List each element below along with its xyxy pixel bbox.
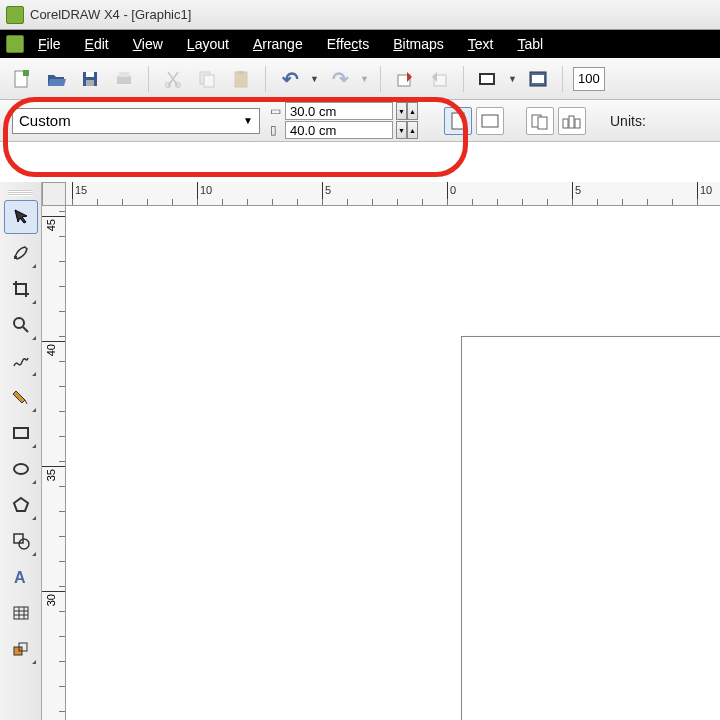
orientation-group <box>444 107 504 135</box>
page-size-dropdown[interactable]: Custom ▼ <box>12 108 260 134</box>
ellipse-tool[interactable] <box>4 452 38 486</box>
basic-shapes-tool[interactable] <box>4 524 38 558</box>
open-button[interactable] <box>42 65 70 93</box>
menu-text[interactable]: Text <box>468 36 494 52</box>
export-button[interactable] <box>425 65 453 93</box>
svg-rect-12 <box>238 71 244 74</box>
svg-text:A: A <box>14 569 26 586</box>
current-page-button[interactable] <box>558 107 586 135</box>
landscape-button[interactable] <box>476 107 504 135</box>
svg-point-27 <box>14 318 24 328</box>
chevron-down-icon: ▼ <box>243 115 253 126</box>
svg-point-29 <box>14 464 28 474</box>
app-launcher-button[interactable] <box>474 65 502 93</box>
height-spinner[interactable]: ▼▲ <box>396 121 418 139</box>
canvas[interactable] <box>66 206 720 720</box>
menu-effects[interactable]: Effects <box>327 36 370 52</box>
svg-rect-24 <box>569 116 574 128</box>
cut-button[interactable] <box>159 65 187 93</box>
svg-rect-6 <box>119 72 129 77</box>
width-icon: ▭ <box>270 104 282 118</box>
text-tool[interactable]: A <box>4 560 38 594</box>
toolbox: A <box>0 182 42 720</box>
menu-layout[interactable]: Layout <box>187 36 229 52</box>
table-tool[interactable] <box>4 596 38 630</box>
undo-button[interactable]: ↶ <box>276 65 304 93</box>
property-bar: Custom ▼ ▭ ▼▲ ▯ ▼▲ Units: <box>0 100 720 142</box>
page-options-group <box>526 107 586 135</box>
svg-rect-23 <box>563 119 568 128</box>
page-dimensions: ▭ ▼▲ ▯ ▼▲ <box>270 102 418 139</box>
menu-table[interactable]: Tabl <box>518 36 544 52</box>
paste-button[interactable] <box>227 65 255 93</box>
svg-rect-3 <box>86 72 94 77</box>
svg-rect-5 <box>117 76 131 84</box>
svg-rect-18 <box>532 75 544 83</box>
vertical-ruler[interactable]: 45403530 <box>42 206 66 720</box>
svg-rect-20 <box>482 115 498 127</box>
height-icon: ▯ <box>270 123 282 137</box>
menu-bitmaps[interactable]: Bitmaps <box>393 36 444 52</box>
units-label: Units: <box>610 113 646 129</box>
svg-rect-19 <box>452 113 464 129</box>
svg-rect-11 <box>235 72 247 87</box>
page <box>461 336 720 720</box>
titlebar: CorelDRAW X4 - [Graphic1] <box>0 0 720 30</box>
polygon-tool[interactable] <box>4 488 38 522</box>
toolbox-grip[interactable] <box>8 190 33 196</box>
zoom-tool[interactable] <box>4 308 38 342</box>
horizontal-ruler[interactable]: 151050510 <box>42 182 720 206</box>
svg-rect-33 <box>14 607 28 619</box>
freehand-tool[interactable] <box>4 344 38 378</box>
save-button[interactable] <box>76 65 104 93</box>
svg-rect-30 <box>14 534 23 543</box>
portrait-button[interactable] <box>444 107 472 135</box>
print-button[interactable] <box>110 65 138 93</box>
menu-file[interactable]: File <box>38 36 61 52</box>
app-launcher-dropdown[interactable]: ▼ <box>508 74 518 84</box>
page-size-value: Custom <box>19 112 71 129</box>
import-button[interactable] <box>391 65 419 93</box>
svg-rect-1 <box>23 70 29 76</box>
width-spinner[interactable]: ▼▲ <box>396 102 418 120</box>
pick-tool[interactable] <box>4 200 38 234</box>
redo-button[interactable]: ↷ <box>326 65 354 93</box>
svg-rect-25 <box>575 119 580 128</box>
menu-view[interactable]: View <box>133 36 163 52</box>
zoom-input[interactable]: 100 <box>573 67 605 91</box>
undo-dropdown[interactable]: ▼ <box>310 74 320 84</box>
svg-rect-10 <box>204 75 214 87</box>
smart-fill-tool[interactable] <box>4 380 38 414</box>
crop-tool[interactable] <box>4 272 38 306</box>
redo-dropdown[interactable]: ▼ <box>360 74 370 84</box>
standard-toolbar: ↶ ▼ ↷ ▼ ▼ 100 <box>0 58 720 100</box>
copy-button[interactable] <box>193 65 221 93</box>
rectangle-tool[interactable] <box>4 416 38 450</box>
page-height-input[interactable] <box>285 121 393 139</box>
welcome-button[interactable] <box>524 65 552 93</box>
menubar: File Edit View Layout Arrange Effects Bi… <box>0 30 720 58</box>
svg-rect-22 <box>538 117 547 129</box>
app-icon <box>6 6 24 24</box>
page-width-input[interactable] <box>285 102 393 120</box>
svg-rect-16 <box>481 75 493 83</box>
svg-rect-28 <box>14 428 28 438</box>
svg-point-31 <box>19 539 29 549</box>
svg-rect-4 <box>86 80 94 86</box>
ruler-origin[interactable] <box>42 182 66 206</box>
menu-arrange[interactable]: Arrange <box>253 36 303 52</box>
new-button[interactable] <box>8 65 36 93</box>
menu-edit[interactable]: Edit <box>85 36 109 52</box>
app-menu-icon[interactable] <box>6 35 24 53</box>
window-title: CorelDRAW X4 - [Graphic1] <box>30 7 191 22</box>
all-pages-button[interactable] <box>526 107 554 135</box>
shape-tool[interactable] <box>4 236 38 270</box>
dimension-tool[interactable] <box>4 632 38 666</box>
svg-rect-26 <box>14 256 17 259</box>
